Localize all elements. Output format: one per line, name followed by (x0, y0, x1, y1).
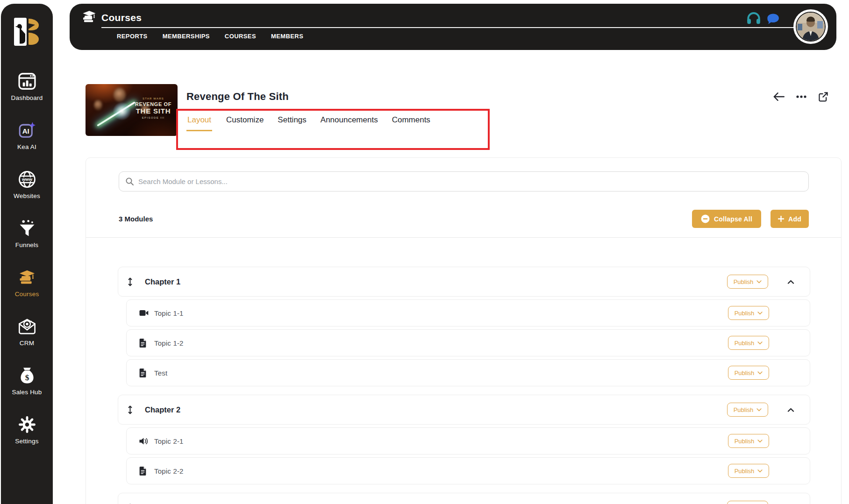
sidebar: Dashboard AI Kea AI www Websites Funnels… (1, 4, 53, 504)
nav-members[interactable]: MEMBERS (271, 33, 303, 40)
poster-title-line1: REVENGE OF (132, 101, 175, 107)
lesson-title: Test (154, 369, 167, 377)
poster-brand: STAR WARS (132, 97, 175, 100)
course-content-panel: 3 Modules Collapse All Add Chapter 1 Pub… (86, 157, 842, 504)
tab-layout[interactable]: Layout (186, 115, 212, 131)
tab-settings[interactable]: Settings (278, 115, 306, 131)
top-header: Courses REPORTSMEMBERSHIPSCOURSESMEMBERS (70, 4, 836, 50)
svg-text:www: www (21, 177, 32, 182)
lesson-title: Topic 1-1 (154, 309, 184, 317)
chevron-down-icon (757, 469, 763, 473)
module-row[interactable]: Chapter 2 Publish (118, 395, 810, 425)
settings-icon (17, 414, 37, 435)
publish-select[interactable]: Publish (728, 366, 769, 380)
avatar[interactable] (793, 9, 828, 44)
crm-icon (17, 316, 37, 337)
document-icon (139, 369, 149, 377)
publish-select[interactable]: Publish (728, 434, 769, 448)
modules-toolbar: 3 Modules Collapse All Add (119, 210, 809, 228)
document-icon (139, 467, 149, 476)
module-list: Chapter 1 Publish Topic 1-1 Publish Top (118, 267, 810, 504)
kea-ai-icon: AI (17, 120, 37, 141)
collapse-all-button[interactable]: Collapse All (692, 210, 761, 228)
module-title: Chapter 1 (145, 277, 180, 286)
sidebar-item-sales-hub[interactable]: $ Sales Hub (1, 365, 53, 396)
minus-circle-icon (701, 214, 710, 223)
add-button[interactable]: Add (771, 210, 809, 228)
lesson-row[interactable]: Test Publish (126, 359, 810, 386)
document-icon (139, 339, 149, 348)
back-arrow-icon[interactable] (773, 92, 785, 101)
drag-handle-icon[interactable] (128, 277, 133, 286)
course-tabs: Layout Customize Settings Announcements … (186, 115, 430, 131)
chevron-down-icon (757, 312, 763, 315)
sidebar-item-crm[interactable]: CRM (1, 316, 53, 347)
chevron-down-icon (757, 440, 763, 443)
lesson-title: Topic 1-2 (154, 339, 184, 347)
sidebar-item-dashboard[interactable]: Dashboard (1, 71, 53, 101)
poster-episode: EPISODE III (132, 116, 175, 119)
chevron-up-icon[interactable] (787, 408, 794, 412)
audio-icon (139, 437, 149, 445)
tab-comments[interactable]: Comments (392, 115, 430, 131)
poster-title-line2: THE SITH (132, 107, 175, 115)
svg-text:$: $ (25, 373, 29, 382)
chevron-down-icon (756, 408, 762, 412)
lesson-row[interactable]: Topic 2-2 Publish (126, 457, 810, 484)
nav-memberships[interactable]: MEMBERSHIPS (163, 33, 210, 40)
funnels-icon (17, 218, 37, 239)
publish-select[interactable]: Publish (728, 336, 769, 350)
publish-select[interactable]: Publish (727, 275, 768, 289)
module-title: Chapter 2 (145, 405, 180, 414)
lesson-title: Topic 2-2 (154, 467, 184, 475)
lesson-row[interactable]: Topic 2-1 Publish (126, 427, 810, 454)
chat-icon[interactable] (766, 13, 779, 25)
search-input[interactable] (138, 177, 802, 185)
kea-logo[interactable] (13, 17, 41, 47)
search-bar (119, 171, 809, 192)
header-underline (101, 27, 794, 28)
chevron-up-icon[interactable] (787, 280, 794, 284)
drag-handle-icon[interactable] (128, 405, 133, 414)
video-icon (139, 310, 149, 316)
open-external-icon[interactable] (818, 92, 828, 102)
search-icon (126, 177, 134, 185)
svg-text:AI: AI (22, 127, 29, 135)
sidebar-item-settings[interactable]: Settings (1, 414, 53, 445)
publish-select[interactable]: Publish (727, 403, 768, 417)
modules-count: 3 Modules (119, 215, 153, 223)
headphones-icon[interactable] (747, 12, 761, 25)
websites-icon: www (17, 169, 37, 190)
plus-icon (778, 216, 784, 222)
chevron-down-icon (756, 280, 762, 284)
module-group: Test Publish (118, 493, 810, 504)
dashboard-icon (17, 71, 37, 92)
sidebar-item-websites[interactable]: www Websites (1, 169, 53, 199)
nav-reports[interactable]: REPORTS (117, 33, 148, 40)
sidebar-item-kea-ai[interactable]: AI Kea AI (1, 120, 53, 150)
sidebar-nav: Dashboard AI Kea AI www Websites Funnels… (1, 71, 53, 463)
lesson-row[interactable]: Topic 1-1 Publish (126, 299, 810, 327)
course-actions (773, 92, 828, 102)
courses-icon (17, 267, 37, 288)
sidebar-item-courses[interactable]: Courses (1, 267, 53, 298)
sales-hub-icon: $ (17, 365, 37, 386)
page-title: Courses (101, 12, 142, 23)
publish-select[interactable]: Publish (728, 464, 769, 478)
chevron-down-icon (757, 371, 763, 375)
tab-customize[interactable]: Customize (226, 115, 264, 131)
header-nav: REPORTSMEMBERSHIPSCOURSESMEMBERS (117, 33, 303, 40)
publish-select[interactable]: Publish (728, 306, 769, 320)
lesson-row[interactable]: Topic 1-2 Publish (126, 329, 810, 356)
publish-select[interactable]: Publish (727, 501, 768, 504)
courses-header-icon (82, 10, 97, 26)
nav-courses[interactable]: COURSES (225, 33, 256, 40)
course-title: Revenge Of The Sith (186, 91, 289, 103)
sidebar-item-funnels[interactable]: Funnels (1, 218, 53, 248)
more-options-icon[interactable] (796, 95, 807, 99)
module-group: Chapter 2 Publish Topic 2-1 Publish Top (118, 395, 810, 484)
module-group: Chapter 1 Publish Topic 1-1 Publish Top (118, 267, 810, 386)
module-row[interactable]: Chapter 1 Publish (118, 267, 810, 297)
module-row[interactable]: Test Publish (118, 493, 810, 504)
tab-announcements[interactable]: Announcements (321, 115, 378, 131)
